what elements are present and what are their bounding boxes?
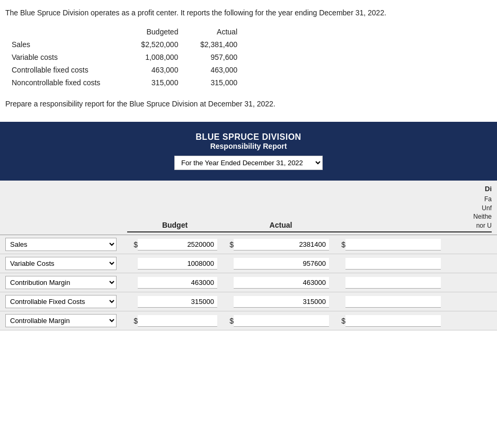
row-label-cell: SalesVariable CostsContribution MarginCo…: [0, 276, 127, 289]
col-headers-row: Budget Actual Di FaUnfNeithenor U: [0, 181, 497, 235]
row-label-cell: SalesVariable CostsContribution MarginCo…: [0, 295, 127, 308]
prepare-text: Prepare a responsibility report for the …: [5, 100, 492, 108]
actual-input[interactable]: [234, 277, 329, 289]
report-row: SalesVariable CostsContribution MarginCo…: [0, 235, 497, 254]
budget-input[interactable]: [138, 239, 217, 250]
row-label-select[interactable]: SalesVariable CostsContribution MarginCo…: [5, 238, 117, 251]
report-row: SalesVariable CostsContribution MarginCo…: [0, 292, 497, 311]
row-label-select[interactable]: SalesVariable CostsContribution MarginCo…: [5, 314, 117, 327]
row-budgeted: 1,008,000: [126, 51, 185, 64]
diff-input[interactable]: [345, 296, 441, 308]
row-label-cell: SalesVariable CostsContribution MarginCo…: [0, 257, 127, 270]
table-row: Noncontrollable fixed costs 315,000 315,…: [5, 76, 244, 89]
data-table: Budgeted Actual Sales $2,520,000 $2,381,…: [5, 25, 244, 89]
report-subtitle: Responsibility Report: [5, 142, 492, 150]
budget-input-cell: [138, 258, 220, 270]
budget-input[interactable]: [138, 258, 217, 270]
actual-input[interactable]: [234, 239, 329, 250]
report-rows-container: SalesVariable CostsContribution MarginCo…: [0, 235, 497, 330]
actual-input-cell: [234, 258, 332, 270]
top-section: The Blue Spruce Division operates as a p…: [0, 0, 497, 122]
row-label-select[interactable]: SalesVariable CostsContribution MarginCo…: [5, 276, 117, 289]
actual-input-cell: [234, 277, 332, 289]
col-header-budgeted: Budgeted: [126, 25, 185, 38]
col-actual-header: Actual: [223, 221, 339, 232]
report-row: SalesVariable CostsContribution MarginCo…: [0, 311, 497, 330]
row-actual: 463,000: [184, 64, 244, 76]
table-row: Variable costs 1,008,000 957,600: [5, 51, 244, 64]
diff-dollar-sign: $: [335, 240, 345, 249]
row-label: Variable costs: [5, 51, 126, 64]
actual-input-cell: [234, 239, 332, 250]
actual-input[interactable]: [234, 296, 329, 308]
row-label: Sales: [5, 38, 126, 51]
col-header-actual: Actual: [184, 25, 244, 38]
diff-input-cell: [345, 315, 497, 327]
col-diff-header: Di FaUnfNeithenor U: [339, 185, 497, 232]
report-row: SalesVariable CostsContribution MarginCo…: [0, 273, 497, 292]
diff-input-cell: [345, 239, 497, 250]
actual-input[interactable]: [234, 258, 329, 270]
actual-input[interactable]: [234, 315, 329, 327]
row-label-cell: SalesVariable CostsContribution MarginCo…: [0, 314, 127, 327]
col-budget-header: Budget: [127, 221, 223, 232]
budget-input-cell: [138, 277, 220, 289]
table-row: Sales $2,520,000 $2,381,400: [5, 38, 244, 51]
diff-input[interactable]: [345, 239, 441, 250]
budget-dollar-sign: $: [127, 317, 138, 325]
diff-input-cell: [345, 277, 497, 289]
actual-input-cell: [234, 296, 332, 308]
row-label: Noncontrollable fixed costs: [5, 76, 126, 89]
report-section: BLUE SPRUCE DIVISION Responsibility Repo…: [0, 122, 497, 330]
report-header: BLUE SPRUCE DIVISION Responsibility Repo…: [0, 122, 497, 181]
diff-input[interactable]: [345, 315, 441, 327]
diff-input[interactable]: [345, 277, 441, 289]
row-label-cell: SalesVariable CostsContribution MarginCo…: [0, 238, 127, 251]
budget-dollar-sign: $: [127, 240, 138, 249]
budget-input-cell: [138, 296, 220, 308]
actual-dollar-sign: $: [223, 240, 234, 249]
row-label-select[interactable]: SalesVariable CostsContribution MarginCo…: [5, 257, 117, 270]
intro-text: The Blue Spruce Division operates as a p…: [5, 8, 492, 17]
budget-input-cell: [138, 239, 220, 250]
report-row: SalesVariable CostsContribution MarginCo…: [0, 254, 497, 273]
actual-input-cell: [234, 315, 332, 327]
budget-input[interactable]: [138, 277, 217, 289]
report-title: BLUE SPRUCE DIVISION: [5, 132, 492, 142]
row-budgeted: 463,000: [126, 64, 185, 76]
diff-input-cell: [345, 258, 497, 270]
row-actual: 315,000: [184, 76, 244, 89]
row-actual: 957,600: [184, 51, 244, 64]
diff-input[interactable]: [345, 258, 441, 270]
table-row: Controllable fixed costs 463,000 463,000: [5, 64, 244, 76]
budget-input[interactable]: [138, 296, 217, 308]
actual-dollar-sign: $: [223, 317, 234, 325]
row-actual: $2,381,400: [184, 38, 244, 51]
period-select-wrapper: For the Year Ended December 31, 2022: [5, 156, 492, 170]
row-label-select[interactable]: SalesVariable CostsContribution MarginCo…: [5, 295, 117, 308]
budget-input[interactable]: [138, 315, 217, 327]
row-budgeted: 315,000: [126, 76, 185, 89]
row-budgeted: $2,520,000: [126, 38, 185, 51]
row-label: Controllable fixed costs: [5, 64, 126, 76]
diff-input-cell: [345, 296, 497, 308]
budget-input-cell: [138, 315, 220, 327]
diff-dollar-sign: $: [335, 317, 345, 325]
period-select[interactable]: For the Year Ended December 31, 2022: [174, 156, 323, 170]
